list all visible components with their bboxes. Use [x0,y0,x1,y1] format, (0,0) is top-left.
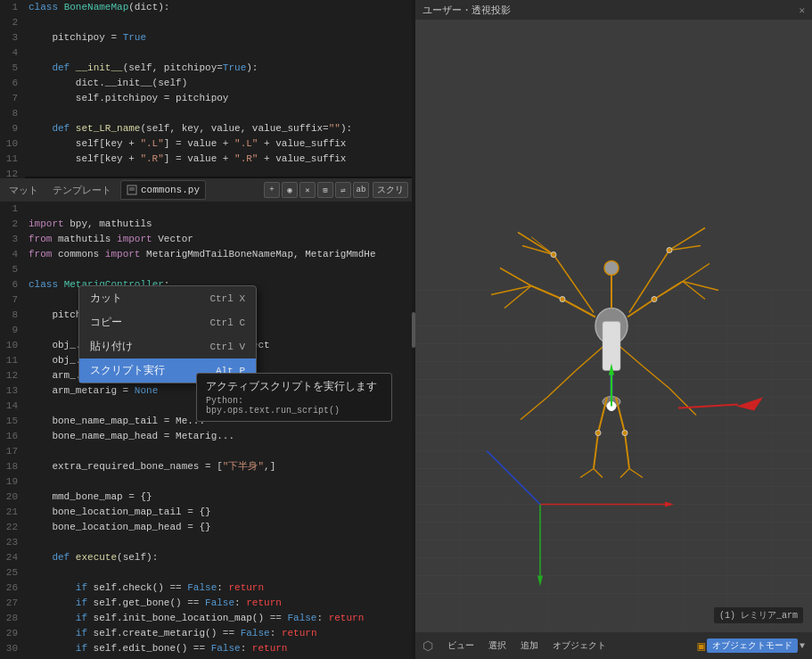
panel-divider[interactable] [412,0,415,659]
viewport-panel: ユーザー・透視投影 ✕ [415,0,812,659]
viewport-header: ユーザー・透視投影 ✕ [415,0,812,20]
tab-action-buttons: + ◉ ✕ ⊞ ⇌ ab [264,182,369,198]
code-line: 29 if self.create_metarig() == False: re… [0,626,412,641]
code-line: 27 if self.get_bone() == False: return [0,596,412,611]
tooltip-desc: Python: bpy.ops.text.run_script() [206,396,382,416]
code-line: 3 from mathutils import Vector [0,232,412,247]
code-line: 2 import bpy, mathutils [0,217,412,232]
code-line-2: 2 [0,15,412,30]
viewport-btn-view[interactable]: ビュー [444,638,478,653]
ctx-cut-shortcut: Ctrl X [209,293,245,304]
top-code-panel: 1 class BoneNameMap(dict): 2 3 pitchipoy… [0,0,412,178]
code-line-3: 3 pitchipoy = True [0,30,412,45]
code-line: 30 if self.edit_bone() == False: return [0,641,412,656]
tab-label-template: テンプレート [47,182,117,199]
svg-point-36 [604,261,619,276]
svg-point-72 [652,297,657,302]
viewport-bottom-bar: ⬡ ビュー 選択 追加 オブジェクト ▣ オブジェクトモード ▼ [415,632,812,659]
code-line-7: 7 self.pitchipoy = pitchipoy [0,91,412,106]
svg-point-74 [622,431,627,436]
file-tab[interactable]: commons.py [120,180,206,200]
code-line-9: 9 def set_LR_name(self, key, value, valu… [0,121,412,136]
code-line-8: 8 [0,106,412,121]
mode-dropdown[interactable]: ▼ [800,641,805,651]
code-line: 22 bone_location_map_head = {} [0,520,412,535]
code-line-1: 1 class BoneNameMap(dict): [0,0,412,15]
code-line: 24 def execute(self): [0,550,412,565]
main-area: 1 class BoneNameMap(dict): 2 3 pitchipoy… [0,0,812,659]
ctx-copy[interactable]: コピー Ctrl C [79,310,256,334]
ctx-cut-label: カット [90,291,122,306]
viewport-btn-select[interactable]: 選択 [485,638,510,653]
ctx-copy-shortcut: Ctrl C [209,317,245,328]
word-wrap-btn[interactable]: ⇌ [335,182,351,198]
close-btn[interactable]: ✕ [299,182,316,198]
highlight-btn[interactable]: ab [353,182,369,198]
file-icon [127,185,137,195]
file-name: commons.py [141,185,200,195]
code-line: 20 mmd_bone_map = {} [0,490,412,505]
code-line: 23 [0,535,412,550]
tooltip-title: アクティブスクリプトを実行します [206,379,382,394]
new-file-btn[interactable]: + [264,182,280,198]
viewport-grid [415,20,812,632]
split-btn[interactable]: ⊞ [317,182,333,198]
run-script-btn[interactable]: スクリ [373,182,408,198]
viewport-title: ユーザー・透視投影 [422,4,511,17]
code-line: 26 if self.check() == False: return [0,581,412,596]
mode-label[interactable]: オブジェクトモード [707,638,798,653]
code-line: 17 [0,444,412,459]
code-line: 21 bone_location_map_tail = {} [0,505,412,520]
mode-icon: ▣ [698,638,705,654]
viewport-btn-object[interactable]: オブジェクト [549,638,610,653]
viewport-nav-icons: ⬡ [422,638,433,654]
code-line-10: 10 self[key + ".L"] = value + ".L" + val… [0,136,412,152]
svg-point-71 [560,297,565,302]
ctx-run-script-label: スクリプト実行 [90,363,165,378]
open-file-btn[interactable]: ◉ [282,182,298,198]
ctx-cut[interactable]: カット Ctrl X [79,286,256,310]
ctx-copy-label: コピー [90,315,122,330]
svg-point-76 [667,248,672,253]
code-line: 25 [0,565,412,581]
code-line: 1 [0,202,412,217]
tab-label-matte: マット [4,182,44,199]
code-line: 28 if self.init_bone_location_map() == F… [0,611,412,626]
ctx-paste-shortcut: Ctrl V [209,342,245,352]
svg-rect-77 [603,322,620,371]
code-line-12: 12 [0,167,412,178]
mode-selector[interactable]: ▣ オブジェクトモード ▼ [698,638,805,654]
viewport-icon-3d[interactable]: ⬡ [422,638,433,654]
editor-tab-bar: マット テンプレート commons.py + ◉ ✕ ⊞ ⇌ ab スクリ [0,178,412,202]
code-line: 19 [0,474,412,490]
code-line-6: 6 dict.__init__(self) [0,76,412,91]
tooltip: アクティブスクリプトを実行します Python: bpy.ops.text.ru… [196,373,392,422]
divider-handle [412,312,415,348]
code-editor[interactable]: 1 2 import bpy, mathutils 3 from mathuti… [0,202,412,659]
ctx-paste[interactable]: 貼り付け Ctrl V [79,334,256,358]
code-line-4: 4 [0,45,412,61]
code-line: 18 extra_required_bone_names = ["下半身",] [0,459,412,474]
viewport-btn-add[interactable]: 追加 [517,638,542,653]
code-line: 4 from commons import MetarigMmdTailBone… [0,247,412,262]
ctx-paste-label: 貼り付け [90,339,133,354]
viewport-3d[interactable]: (1) レミリア_arm [415,20,812,632]
code-line: 5 [0,262,412,277]
viewport-corner: ✕ [799,4,805,16]
code-line-11: 11 self[key + ".R"] = value + ".R" + val… [0,152,412,167]
svg-point-75 [551,252,556,258]
svg-point-73 [595,431,601,436]
code-line: 16 bone_name_map_head = Metarig... [0,429,412,444]
code-line-5: 5 def __init__(self, pitchipoy=True): [0,61,412,76]
model-name: (1) レミリア_arm [714,607,803,623]
context-menu[interactable]: カット Ctrl X コピー Ctrl C 貼り付け Ctrl V スクリプト実… [78,285,257,383]
